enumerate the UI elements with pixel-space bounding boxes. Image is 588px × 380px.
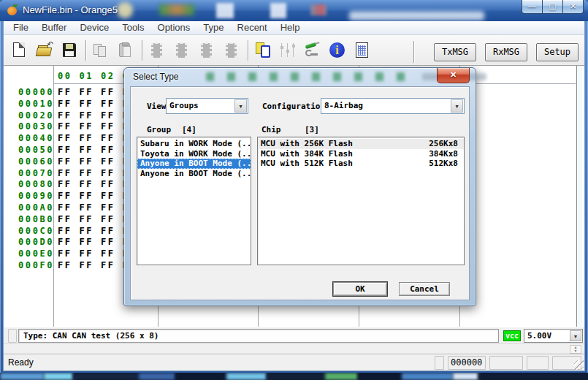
info-icon[interactable]: i (329, 42, 346, 59)
hex-row-address: 00030 (18, 121, 54, 133)
taskbar-segment (226, 373, 267, 380)
status-counter: 000000 (448, 356, 486, 370)
view-label: View (147, 102, 167, 111)
menu-item-file[interactable]: File (7, 21, 35, 34)
chip-name: MCU with 256K Flash (261, 139, 353, 149)
menu-item-tools[interactable]: Tools (115, 21, 150, 34)
chip-label: Chip (261, 125, 281, 134)
hex-row-address: 000D0 (18, 237, 54, 248)
new-file-icon[interactable] (11, 42, 28, 59)
tools-icon[interactable] (304, 42, 321, 59)
rxmsg-button[interactable]: RxMSG (485, 43, 527, 61)
menu-item-recent[interactable]: Recent (231, 21, 274, 34)
group-list-item[interactable]: Anyone in BOOT Mode (... (137, 169, 251, 179)
hex-row-address: 00060 (18, 156, 54, 168)
maximize-button[interactable]: ▢ (542, 0, 563, 14)
toolbar-separator (413, 41, 415, 63)
chip-listbox[interactable]: MCU with 256K Flash256Kx8MCU with 384K F… (257, 137, 465, 265)
desktop-bleed (310, 4, 327, 15)
desktop-bleed (349, 11, 484, 20)
glass-bleed (206, 72, 416, 81)
hex-editor[interactable]: 00 01 02 03 00000FF FF FF FF00010FF FF F… (4, 66, 584, 327)
taskbar-segment (453, 373, 478, 380)
hex-row-address: 000A0 (18, 202, 54, 214)
status-panels: 000000 (431, 356, 581, 370)
toolbar-separator (142, 40, 143, 61)
resize-grip[interactable] (574, 360, 584, 370)
dialog-close-button[interactable]: ✕ (437, 68, 470, 83)
window-content: FileBufferDeviceToolsOptionsTypeRecentHe… (3, 21, 585, 371)
app-icon-fruit (7, 7, 17, 15)
view-dropdown-value: Groups (169, 101, 199, 110)
ok-button[interactable]: OK (333, 282, 387, 296)
desktop-bleed (117, 2, 133, 18)
hex-grid-icon[interactable] (354, 42, 371, 59)
cancel-button[interactable]: Cancel (399, 282, 450, 296)
minimize-button[interactable]: — (522, 0, 543, 14)
hex-row-address: 000C0 (18, 226, 54, 238)
group-list-item[interactable]: Subaru in WORK Mode (... (137, 139, 251, 149)
menu-item-type[interactable]: Type (196, 21, 230, 34)
hex-row-address: 000F0 (18, 260, 54, 272)
copy-icon (92, 42, 110, 59)
screen: NewFile.bin - Orange5 — ▢ ✕ FileBufferDe… (0, 0, 588, 380)
chip-write-icon (173, 42, 191, 59)
close-button[interactable]: ✕ (562, 0, 584, 14)
taskbar-segment (358, 373, 402, 380)
toolbar: ↶ i TxMSG RxMSG (4, 35, 584, 66)
spinner-down-icon[interactable]: ▼ (570, 349, 581, 353)
vcc-badge: vcc (503, 330, 521, 341)
chip-list-item[interactable]: MCU with 512K Flash512Kx8 (258, 159, 464, 169)
chip-erase-icon (223, 42, 240, 59)
menu-item-options[interactable]: Options (151, 21, 197, 34)
chevron-down-icon[interactable]: ▼ (451, 99, 463, 113)
menu-item-buffer[interactable]: Buffer (35, 21, 73, 34)
hex-row-address: 00070 (18, 168, 54, 180)
titlebar[interactable]: NewFile.bin - Orange5 — ▢ ✕ (0, 0, 588, 21)
chip-size: 384Kx8 (429, 149, 458, 159)
hex-row-address: 00000 (18, 87, 54, 99)
chevron-down-icon[interactable]: ▼ (234, 99, 247, 113)
menu-item-device[interactable]: Device (73, 21, 115, 34)
taskbar-segment (175, 373, 226, 380)
hex-row-address: 00040 (18, 133, 54, 145)
app-icon (7, 4, 18, 16)
chip-list-item[interactable]: MCU with 256K Flash256Kx8 (258, 139, 464, 149)
dialog-title: Select Type (133, 72, 178, 82)
chevron-down-icon[interactable]: ▼ (570, 330, 581, 341)
taskbar-segment (402, 373, 453, 380)
view-dropdown[interactable]: Groups ▼ (166, 98, 248, 114)
windows-taskbar[interactable] (0, 373, 588, 380)
hex-row-address: 00050 (18, 145, 54, 156)
status-panel (527, 356, 549, 370)
save-icon[interactable] (61, 42, 78, 59)
group-listbox[interactable]: Subaru in WORK Mode (...Toyota in WORK M… (137, 137, 251, 265)
dialog-body: View Groups ▼ Configuratio 8-Airbag ▼ Gr… (130, 86, 470, 300)
select-type-dialog: Select Type ✕ View Groups ▼ Configuratio… (123, 67, 476, 306)
chip-list-item[interactable]: MCU with 384K Flash384Kx8 (258, 149, 464, 159)
toolbar-right-buttons: TxMSG RxMSG Setup (413, 41, 579, 63)
txmsg-button[interactable]: TxMSG (434, 43, 476, 61)
log-strip: ▲ ▼ (4, 343, 584, 354)
group-count: [4] (182, 125, 196, 134)
chip-copy-icon[interactable] (254, 42, 272, 59)
menu-item-help[interactable]: Help (274, 21, 307, 34)
voltage-dropdown[interactable]: 5.00V ▼ (524, 329, 583, 343)
filters-icon (279, 42, 297, 59)
toolbar-separator (85, 40, 87, 61)
window-title: NewFile.bin - Orange5 (23, 4, 118, 15)
taskbar-segment (267, 373, 325, 380)
group-list-item[interactable]: Toyota in WORK Mode (... (137, 149, 251, 159)
chip-read-icon (148, 42, 166, 59)
open-folder-icon[interactable]: ↶ (36, 42, 53, 59)
taskbar-segment (73, 373, 139, 380)
desktop-bleed (159, 4, 194, 15)
menubar: FileBufferDeviceToolsOptionsTypeRecentHe… (4, 21, 584, 35)
taskbar-segment (44, 373, 73, 380)
group-list-item[interactable]: Anyone in BOOT Mode (... (137, 159, 251, 169)
configuration-dropdown-value: 8-Airbag (324, 101, 363, 110)
taskbar-segment (139, 373, 175, 380)
configuration-dropdown[interactable]: 8-Airbag ▼ (321, 98, 465, 114)
scroll-spinner[interactable]: ▲ ▼ (570, 345, 581, 354)
setup-button[interactable]: Setup (536, 43, 579, 61)
